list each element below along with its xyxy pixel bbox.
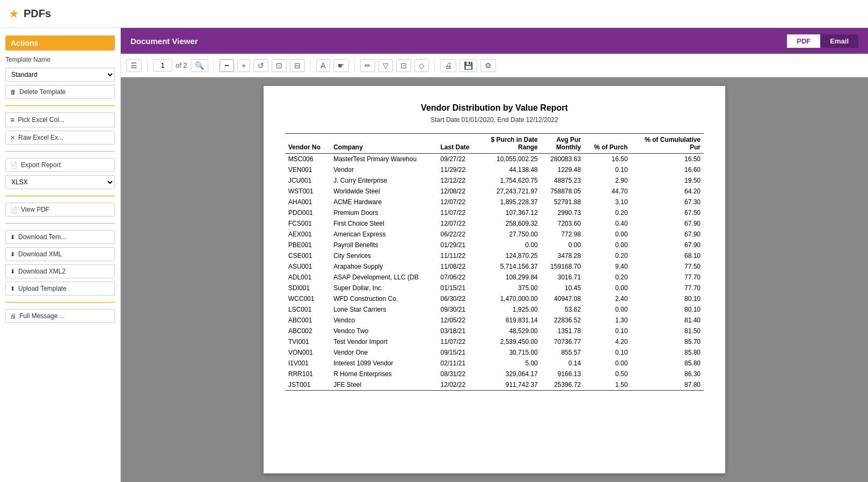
table-cell: 06/30/22 (437, 293, 478, 304)
text-select-button[interactable]: A (316, 59, 330, 72)
table-cell: 12/05/22 (437, 315, 478, 326)
print-button[interactable]: 🖨 (440, 59, 456, 72)
table-cell: Vendco (330, 315, 437, 326)
stamp-button[interactable]: ⊡ (396, 59, 411, 72)
zoom-out-button[interactable]: − (220, 59, 234, 72)
divider-4 (5, 223, 115, 224)
table-cell: WST001 (285, 186, 330, 197)
export-report-button[interactable]: Export Report (5, 158, 115, 172)
table-cell: ADL001 (285, 272, 330, 283)
page-number-input[interactable] (153, 59, 172, 71)
table-cell: 855.57 (541, 347, 584, 358)
zoom-reset-button[interactable]: ↺ (253, 59, 268, 72)
print-icon (10, 312, 16, 320)
table-cell: 48875.23 (541, 175, 584, 186)
fit-width-button[interactable]: ⊟ (290, 59, 305, 72)
table-cell: MSC006 (285, 154, 330, 165)
delete-template-button[interactable]: Delete Template (5, 85, 115, 99)
hand-tool-button[interactable]: ☛ (333, 59, 349, 72)
table-cell: 0.14 (541, 358, 584, 369)
table-cell: 0.20 (584, 250, 631, 261)
erase-button[interactable]: ◇ (414, 59, 429, 72)
pick-excel-col-button[interactable]: Pick Excel Col... (5, 112, 115, 127)
export-format-select[interactable]: XLSX CSV PDF (5, 175, 115, 189)
tab-pdf[interactable]: PDF (787, 34, 820, 48)
table-cell: 80.10 (631, 293, 704, 304)
table-cell: 27,243,721.97 (479, 186, 541, 197)
table-cell: 67.90 (631, 240, 704, 250)
outline-toggle-button[interactable]: ☰ (126, 59, 142, 72)
draw-button[interactable]: ✏ (360, 59, 375, 72)
search-button[interactable]: 🔍 (191, 59, 208, 72)
table-cell: LSC001 (285, 304, 330, 315)
table-cell: Premium Doors (330, 207, 437, 218)
table-cell: 0.10 (584, 347, 631, 358)
table-cell: 3478.28 (541, 250, 584, 261)
raw-excel-ex-button[interactable]: Raw Excel Ex... (5, 131, 115, 145)
table-cell: VON001 (285, 347, 330, 358)
divider-1 (5, 105, 115, 106)
table-cell: PDO001 (285, 207, 330, 218)
table-cell: 09/30/21 (437, 304, 478, 315)
table-cell: 67.50 (631, 207, 704, 218)
table-cell: 159168.70 (541, 261, 584, 272)
table-cell: 06/22/22 (437, 229, 478, 240)
list-icon (10, 116, 14, 124)
table-cell: 53.62 (541, 304, 584, 315)
upload-template-button[interactable]: Upload Template (5, 282, 115, 296)
download-xml2-button[interactable]: Download XML2 (5, 264, 115, 278)
table-cell: City Services (330, 250, 437, 261)
table-cell: 70736.77 (541, 336, 584, 347)
table-cell: ASU001 (285, 261, 330, 272)
table-cell: 85.80 (631, 358, 704, 369)
table-cell: 77.70 (631, 283, 704, 293)
table-cell: Interest 1099 Vendor (330, 358, 437, 369)
zoom-in-button[interactable]: + (237, 59, 250, 72)
save-button[interactable]: 💾 (459, 59, 477, 72)
table-cell: 11/29/22 (437, 164, 478, 175)
table-cell: Lone Star Carriers (330, 304, 437, 315)
table-cell: 77.70 (631, 272, 704, 283)
annotation-button[interactable]: ▽ (378, 59, 393, 72)
viewer-title: Document Viewer (130, 37, 198, 46)
download-tem-button[interactable]: Download Tem... (5, 230, 115, 244)
tab-email[interactable]: Email (820, 34, 858, 48)
template-select[interactable]: Standard (5, 68, 115, 82)
table-cell: 2,539,450.00 (479, 336, 541, 347)
viewer-toolbar: ☰ of 2 🔍 − + ↺ ⊡ ⊟ A ☛ ✏ ▽ ⊡ ◇ 🖨 💾 ⚙ (121, 54, 868, 77)
table-cell: 1,470,000.00 (479, 293, 541, 304)
table-cell: 40947.08 (541, 293, 584, 304)
table-cell: 0.00 (584, 283, 631, 293)
table-row: PDO001Premium Doors11/07/22107,367.12299… (285, 207, 704, 218)
table-cell: CSE001 (285, 250, 330, 261)
settings-button[interactable]: ⚙ (480, 59, 496, 72)
view-pdf-button[interactable]: View PDF (5, 203, 115, 217)
toolbar-divider-4 (354, 60, 355, 71)
table-cell: Super Dollar, Inc. (330, 283, 437, 293)
table-cell: 09/15/21 (437, 347, 478, 358)
table-row: JST001JFE Steel12/02/22911,742.3725396.7… (285, 379, 704, 391)
table-cell: 258,609.32 (479, 218, 541, 229)
toolbar-divider-3 (310, 60, 311, 71)
pdf-report-title: Vendor Distribution by Value Report (285, 103, 704, 113)
table-row: JCU001J. Curry Enterprise12/12/221,754,6… (285, 175, 704, 186)
table-cell: 86.30 (631, 369, 704, 379)
pdf-page: Vendor Distribution by Value Report Star… (264, 86, 725, 473)
pdf-area[interactable]: Vendor Distribution by Value Report Star… (121, 77, 868, 482)
table-cell: 280083.63 (541, 154, 584, 165)
table-cell: 25396.72 (541, 379, 584, 391)
table-cell: 5.00 (479, 358, 541, 369)
table-cell: I1V001 (285, 358, 330, 369)
col-header-pct-cumulative: % of CumululativePur (631, 134, 704, 154)
page-of-label: of 2 (176, 61, 187, 69)
download-xml-button[interactable]: Download XML (5, 247, 115, 261)
full-message-button[interactable]: Full Message ... (5, 309, 115, 323)
table-cell: 11/11/22 (437, 250, 478, 261)
table-cell: 22836.52 (541, 315, 584, 326)
fit-page-button[interactable]: ⊡ (272, 59, 287, 72)
star-icon: ★ (9, 7, 19, 21)
divider-5 (5, 302, 115, 303)
table-cell: Payroll Benefits (330, 240, 437, 250)
table-cell: Test Vendor Import (330, 336, 437, 347)
table-cell: 108,299.84 (479, 272, 541, 283)
